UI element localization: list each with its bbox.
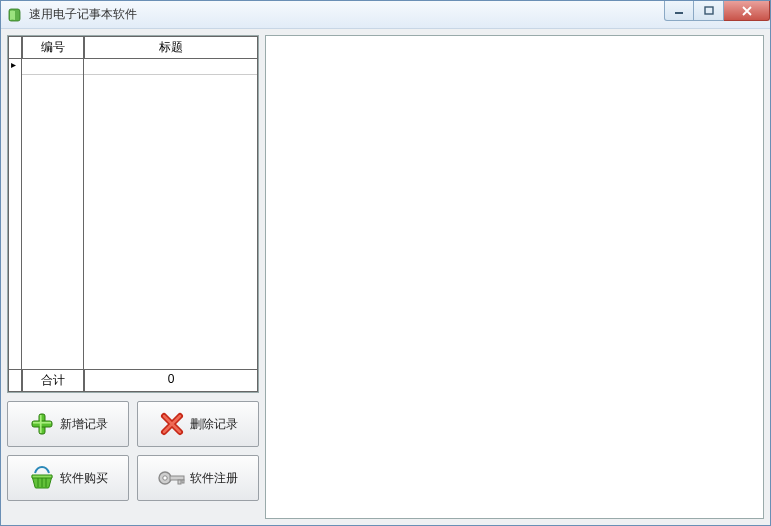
column-body-id[interactable]	[22, 59, 84, 370]
footer-total-label: 合计	[22, 370, 84, 392]
svg-rect-12	[178, 480, 181, 484]
grid-header-row: 编号 标题	[8, 36, 258, 59]
svg-rect-1	[705, 7, 713, 14]
key-icon	[158, 464, 186, 492]
minimize-button[interactable]	[664, 1, 694, 21]
plus-icon	[28, 410, 56, 438]
column-header-id[interactable]: 编号	[22, 36, 84, 59]
svg-rect-0	[675, 12, 683, 14]
svg-point-10	[163, 476, 167, 480]
records-grid[interactable]: 编号 标题 ▸	[7, 35, 259, 393]
current-row-marker-icon: ▸	[11, 59, 16, 70]
cross-icon	[158, 410, 186, 438]
register-software-label: 软件注册	[190, 470, 238, 487]
window-title: 速用电子记事本软件	[29, 6, 137, 23]
cell-title-row1[interactable]	[84, 59, 257, 75]
window-controls	[664, 1, 770, 21]
footer-gutter	[8, 370, 22, 392]
close-button[interactable]	[724, 1, 770, 21]
grid-cells	[22, 59, 258, 370]
add-record-label: 新增记录	[60, 416, 108, 433]
left-pane: 编号 标题 ▸	[7, 35, 259, 519]
content-pane[interactable]	[265, 35, 764, 519]
register-software-button[interactable]: 软件注册	[137, 455, 259, 501]
action-buttons: 新增记录 删除记录	[7, 401, 259, 501]
grid-footer-row: 合计 0	[8, 370, 258, 392]
buy-software-label: 软件购买	[60, 470, 108, 487]
grid-body[interactable]: ▸	[8, 59, 258, 370]
cell-id-row1[interactable]	[22, 59, 83, 75]
app-window: 速用电子记事本软件 编号 标题 ▸	[0, 0, 771, 526]
svg-rect-11	[170, 476, 184, 480]
buy-software-button[interactable]: 软件购买	[7, 455, 129, 501]
column-header-title[interactable]: 标题	[84, 36, 258, 59]
svg-rect-4	[40, 415, 42, 433]
grid-corner-cell	[8, 36, 22, 59]
delete-record-label: 删除记录	[190, 416, 238, 433]
svg-rect-13	[182, 480, 184, 483]
delete-record-button[interactable]: 删除记录	[137, 401, 259, 447]
app-icon	[7, 7, 23, 23]
client-area: 编号 标题 ▸	[1, 29, 770, 525]
basket-icon	[28, 464, 56, 492]
maximize-button[interactable]	[694, 1, 724, 21]
add-record-button[interactable]: 新增记录	[7, 401, 129, 447]
svg-rect-5	[33, 422, 51, 424]
column-body-title[interactable]	[84, 59, 258, 370]
row-header-gutter: ▸	[8, 59, 22, 370]
title-bar: 速用电子记事本软件	[1, 1, 770, 29]
footer-total-count: 0	[84, 370, 258, 392]
